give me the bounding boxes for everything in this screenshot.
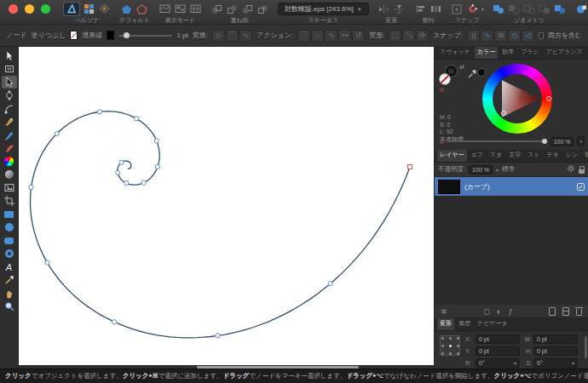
stroke-swatch[interactable] [107,31,114,40]
geometry-divide-icon[interactable] [539,3,551,15]
move-tool[interactable] [2,49,17,62]
text-tool[interactable]: A [2,260,17,273]
transform-rotate-icon[interactable]: ⟳ [416,30,429,42]
snap-grid-icon[interactable]: ⊞ [494,30,507,42]
blend-mode-value[interactable]: 標準 [502,165,515,174]
export-persona-button[interactable] [98,3,111,15]
action-break-curve-icon[interactable]: ⌒ [297,30,310,42]
vector-crop-tool[interactable] [2,195,17,208]
tab-color[interactable]: カラー [475,47,498,59]
align-icon[interactable] [414,3,427,15]
trash-icon[interactable] [576,309,582,316]
tab-stock[interactable]: スト [525,150,542,162]
pencil-tool[interactable] [2,129,17,141]
horizontal-scrollbar[interactable] [19,365,434,369]
geometry-combine-icon[interactable] [554,3,567,15]
point-transform-tool[interactable] [2,89,17,102]
h-field[interactable]: 0 pt [533,346,578,356]
tab-transform[interactable]: 変形 [437,318,454,330]
include-both-checkbox[interactable] [539,32,543,39]
action-join-curves-icon[interactable]: ⊶ [338,30,351,42]
adjustment-layer-icon[interactable]: ◐ [497,307,501,316]
snap-construction-icon[interactable]: ◁ [522,30,534,42]
new-group-icon[interactable] [562,307,569,316]
geometry-intersect-icon[interactable] [523,3,536,15]
view-tool[interactable] [2,287,17,300]
move-forward-icon[interactable] [226,3,239,15]
transparency-tool[interactable] [2,169,17,181]
curve-node[interactable] [155,164,159,169]
action-reverse-curves-icon[interactable]: ↺ [352,30,365,42]
swap-colors-icon[interactable]: ⇄ [459,64,464,71]
rotation-field[interactable]: 0°▾ [476,358,520,368]
tab-swatches[interactable]: スウォッチ [437,47,473,59]
action-close-curve-icon[interactable]: ○ [311,30,324,42]
rounded-rectangle-tool[interactable] [2,234,17,247]
curve-node[interactable] [216,334,220,338]
curve-node[interactable] [112,320,117,324]
pixel-persona-button[interactable] [83,3,95,15]
curve-node[interactable] [98,110,102,114]
tab-navigator[interactable]: ナビゲータ [475,318,510,330]
move-to-back-icon[interactable] [257,3,269,15]
tab-symbols[interactable]: シン [563,150,580,162]
snap-dropdown-caret-icon[interactable]: ▾ [481,6,484,12]
snap-geometry-icon[interactable]: ◇ [508,30,521,42]
stroke-width-slider[interactable] [118,35,172,37]
move-to-front-icon[interactable] [210,3,223,15]
tab-layers[interactable]: レイヤー [437,150,467,162]
pixel-view-icon[interactable] [174,3,187,15]
tab-character[interactable]: 文字 [506,150,523,162]
curve-node[interactable] [29,186,33,190]
tab-brushes[interactable]: ブラシ [518,47,542,59]
layer-effects-icon[interactable]: ƒ [508,307,512,316]
snap-curve-icon[interactable]: ∿ [481,30,493,42]
fill-swatch[interactable] [70,31,78,40]
tab-styles[interactable]: スタ [487,150,504,162]
snap-off-curve-icon[interactable]: ){ [467,30,480,42]
layers-opacity-caret-icon[interactable]: ▾ [496,167,499,173]
sl-marker[interactable] [501,111,506,116]
opacity-none-icon[interactable]: ⊘ [439,138,445,146]
geometry-add-icon[interactable] [493,3,505,15]
tab-effects-panel[interactable]: エフ [469,150,486,162]
convert-smooth-icon[interactable]: ⌒ [226,30,239,42]
snap-options-icon[interactable] [451,3,464,15]
curve-node[interactable] [141,180,146,185]
tab-text-styles[interactable]: テキ [544,150,561,162]
curve-node[interactable] [154,139,159,143]
opacity-slider[interactable] [448,140,547,142]
transform-scale-icon[interactable]: ⤡ [402,30,415,42]
layer-row[interactable]: (カーブ) ✓ [435,177,588,196]
picked-color-swatch[interactable] [477,68,486,77]
eyedropper-icon[interactable] [467,67,477,83]
layer-name[interactable]: (カーブ) [464,182,573,192]
curve-node[interactable] [45,260,49,265]
geometry-subtract-icon[interactable] [508,3,521,15]
distribute-icon[interactable] [429,3,442,15]
no-fill-icon[interactable]: ⊘ [439,87,445,94]
logarithmic-spiral-path[interactable] [31,111,411,338]
layer-thumbnail[interactable] [438,180,460,194]
layers-opacity-value[interactable]: 100 % [469,165,493,174]
curve-node[interactable] [116,170,120,174]
zoom-tool[interactable] [2,300,17,313]
spiral-curve-artwork[interactable] [19,47,434,365]
layer-visibility-checkbox[interactable]: ✓ [577,183,585,191]
vector-view-icon[interactable] [159,3,171,15]
flip-vertical-icon[interactable] [393,3,406,15]
move-backward-icon[interactable] [241,3,254,15]
color-picker-tool[interactable] [2,274,17,287]
node-tool[interactable] [2,76,17,89]
fill-tool[interactable] [2,155,17,168]
pen-tool[interactable] [2,116,17,129]
snapping-magnet-icon[interactable] [466,3,479,15]
flip-horizontal-icon[interactable] [378,3,390,15]
fill-none-swatch[interactable] [439,73,451,85]
w-field[interactable]: 0 pt [533,334,578,344]
x-field[interactable]: 0 pt [476,334,520,344]
gear-icon[interactable] [567,164,575,174]
tab-history[interactable]: 履歴 [456,318,473,330]
tab-constraints[interactable]: 制約 [582,150,588,162]
document-canvas[interactable] [19,47,434,369]
